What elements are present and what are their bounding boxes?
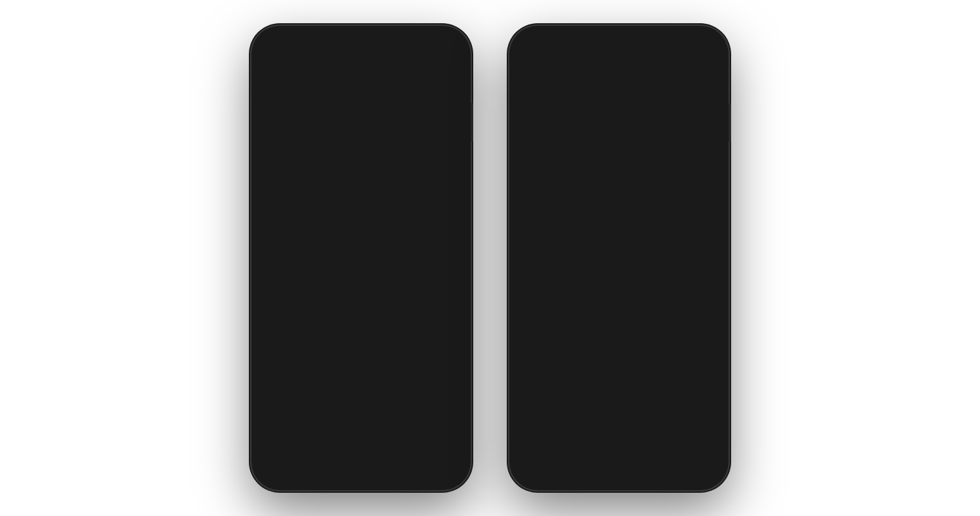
left-user-name: Paula García: [293, 333, 348, 343]
right-user-name: Paula García: [551, 355, 605, 366]
right-comment-text: Vinyet Roux · Or: [549, 426, 606, 435]
right-public-badge: 🌐 Public: [551, 366, 653, 375]
left-user-details: Paula García ✓ · Follow 🌐 Public: [293, 333, 395, 352]
right-screen-content: Sponsored ⌄ 👍 22K 💬 780 ➤ 52: [514, 35, 723, 481]
left-comment-text: Andrius Schneid: [291, 378, 348, 387]
right-caption: Perfect for casual lunch dates: [522, 379, 678, 391]
left-ad-icon: 🎄: [271, 414, 294, 437]
right-comment-button[interactable]: 💬: [687, 275, 716, 303]
left-action-buttons: 👍 22K 💬 780 ➤ 52: [429, 224, 458, 365]
right-user-name-row: Paula García ✓ · Follow: [551, 355, 653, 366]
left-avatar[interactable]: [264, 331, 288, 354]
right-verified-icon: ✓: [608, 356, 614, 365]
left-ad-dropdown-icon[interactable]: ⌄: [416, 420, 424, 432]
sponsored-chevron-icon: ⌄: [700, 49, 707, 59]
like-count: 22K: [436, 255, 451, 264]
left-ad-desc: Best place to buy fresh grocery...: [299, 427, 411, 435]
right-like-group: 👍 22K: [687, 224, 716, 264]
phone-right: Sponsored ⌄ 👍 22K 💬 780 ➤ 52: [509, 26, 729, 490]
left-verified-icon: ✓: [350, 333, 357, 342]
like-button[interactable]: 👍: [429, 224, 458, 253]
left-comment-avatar: ♪: [272, 375, 288, 390]
left-ad-info: Jasper's · Sponsored Best place to buy f…: [299, 417, 411, 435]
right-share-button[interactable]: ➤: [687, 325, 716, 353]
like-group: 👍 22K: [429, 224, 458, 264]
right-user-row: Paula García ✓ · Follow 🌐 Public: [522, 353, 678, 377]
left-comment-input[interactable]: Add Comment...: [272, 452, 337, 462]
right-share-count: 52: [697, 356, 705, 365]
right-comment-group: 💬 780: [687, 275, 716, 315]
right-music-icon: ♪: [536, 427, 540, 435]
phone-left: 👍 22K 💬 780 ➤ 52: [251, 26, 471, 490]
right-comment-bar: Add Comment...: [520, 442, 718, 472]
right-follow-button[interactable]: Follow: [625, 355, 653, 366]
right-user-info: Paula García ✓ · Follow 🌐 Public Perfect: [522, 353, 678, 391]
phone-right-screen: Sponsored ⌄ 👍 22K 💬 780 ➤ 52: [514, 35, 723, 481]
left-user-name-row: Paula García ✓ · Follow: [293, 333, 395, 343]
right-privacy-label: Public: [560, 366, 582, 375]
right-action-buttons: 👍 22K 💬 780 ➤ 52: [687, 224, 716, 365]
left-public-badge: 🌐 Public: [293, 343, 395, 352]
sponsored-badge: Sponsored ⌄: [652, 48, 710, 60]
left-user-info: Paula García ✓ · Follow 🌐 Public Perfect: [264, 331, 420, 368]
left-music-icon: ♪: [278, 379, 282, 386]
right-comment-input[interactable]: Add Comment...: [530, 452, 595, 462]
left-comment-preview: ♪ Andrius Schneid: [264, 371, 414, 394]
comment-button[interactable]: 💬: [429, 275, 458, 303]
right-like-button[interactable]: 👍: [687, 224, 716, 253]
left-privacy-label: Public: [302, 343, 324, 352]
phone-left-screen: 👍 22K 💬 780 ➤ 52: [257, 35, 466, 481]
right-bottom-row: ♪ Vinyet Roux · Or •••: [522, 419, 716, 442]
left-ad-name: Jasper's · Sponsored: [299, 417, 411, 427]
left-user-row: Paula García ✓ · Follow 🌐 Public: [264, 331, 420, 354]
right-user-details: Paula García ✓ · Follow 🌐 Public: [551, 355, 653, 375]
comment-count: 780: [437, 306, 450, 315]
share-group: ➤ 52: [429, 325, 458, 365]
right-like-count: 22K: [694, 255, 709, 264]
left-separator: ·: [360, 333, 363, 343]
right-share-group: ➤ 52: [687, 325, 716, 365]
sugar-effect: [257, 35, 466, 213]
share-count: 52: [439, 356, 447, 365]
left-ads-support-text: Ads support Paula García: [264, 399, 458, 406]
right-separator: ·: [618, 355, 621, 366]
left-follow-button[interactable]: Follow: [367, 333, 395, 343]
right-comment-bubble: ♪ Vinyet Roux · Or: [522, 419, 687, 442]
left-caption: Perfect for casual lunch dates: [264, 357, 420, 368]
left-more-button[interactable]: •••: [435, 414, 458, 437]
right-comment-avatar: ♪: [530, 423, 545, 439]
left-comment-bar: Add Comment...: [262, 442, 460, 472]
comment-group: 💬 780: [429, 275, 458, 315]
sponsored-label: Sponsored: [656, 49, 697, 59]
right-comment-count: 780: [695, 306, 708, 315]
phones-container: 👍 22K 💬 780 ➤ 52: [0, 0, 980, 516]
right-more-button[interactable]: •••: [692, 419, 716, 442]
share-button[interactable]: ➤: [429, 325, 458, 353]
left-screen-content: 👍 22K 💬 780 ➤ 52: [257, 35, 466, 481]
left-ads-row: Ads support Paula García 🎄 Jasper's · Sp…: [264, 399, 458, 442]
left-comment-bubble: ♪ Andrius Schneid: [264, 371, 414, 394]
right-avatar[interactable]: [522, 353, 545, 377]
left-ad-card[interactable]: 🎄 Jasper's · Sponsored Best place to buy…: [264, 409, 431, 442]
